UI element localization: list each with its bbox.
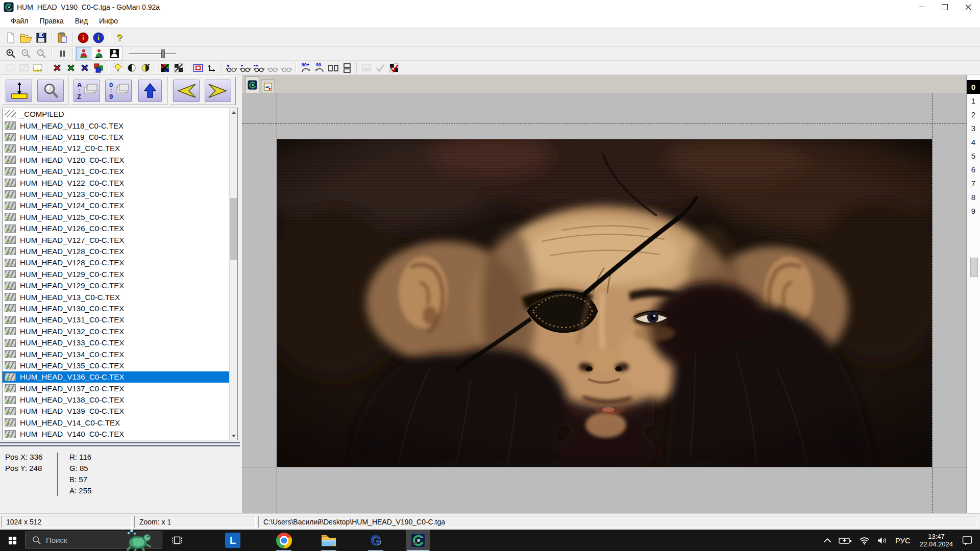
mip-level-4[interactable]: 4 (967, 135, 980, 149)
zoom-in-button[interactable] (3, 47, 18, 60)
list-item[interactable]: HUM_HEAD_V124_C0-C.TEX (3, 200, 229, 211)
convert-button[interactable] (359, 62, 373, 74)
mip-view2-button[interactable] (279, 62, 293, 74)
mip-remove-button[interactable] (238, 62, 252, 74)
alpha-check-button[interactable] (387, 62, 401, 74)
rotate-ccw-button[interactable]: 90- (312, 62, 326, 74)
mip-level-7[interactable]: 7 (967, 177, 980, 190)
list-item[interactable]: HUM_HEAD_V123_C0-C.TEX (3, 188, 229, 199)
alpha-color-checker-button[interactable] (158, 62, 172, 74)
alpha-slider[interactable] (128, 48, 177, 59)
list-item[interactable]: HUM_HEAD_V121_C0-C.TEX (3, 166, 229, 177)
mip-level-3[interactable]: 3 (967, 121, 980, 135)
gamma-button[interactable] (138, 62, 152, 74)
list-item[interactable]: HUM_HEAD_V139_C0-C.TEX (3, 406, 229, 417)
list-item[interactable]: HUM_HEAD_V133_C0-C.TEX (3, 337, 229, 348)
axes-button[interactable] (205, 62, 218, 74)
scroll-thumb[interactable] (230, 198, 237, 260)
list-item[interactable]: HUM_HEAD_V126_C0-C.TEX (3, 223, 229, 234)
pause-button[interactable] (55, 47, 70, 60)
volume-icon[interactable] (877, 536, 888, 545)
contrast-button[interactable] (125, 62, 138, 74)
l-app-button[interactable]: L (220, 530, 245, 551)
list-item[interactable]: HUM_HEAD_V122_C0-C.TEX (3, 177, 229, 188)
resize-tool-button[interactable] (6, 80, 32, 102)
close-button[interactable] (957, 0, 980, 14)
view-mask-button[interactable] (107, 47, 122, 60)
turtle-icon[interactable] (121, 529, 153, 551)
info-blue-button[interactable]: i (91, 31, 106, 44)
help-button[interactable]: ? (112, 31, 127, 44)
flip-horizontal-button[interactable] (326, 62, 340, 74)
save-file-button[interactable] (34, 31, 49, 44)
folder-row[interactable]: _COMPILED (3, 108, 237, 119)
chrome-button[interactable] (272, 530, 296, 551)
mip-level-9[interactable]: 9 (967, 204, 980, 218)
wifi-icon[interactable] (859, 536, 870, 545)
list-item[interactable]: HUM_HEAD_V132_C0-C.TEX (3, 325, 229, 337)
list-item[interactable]: HUM_HEAD_V134_C0-C.TEX (3, 348, 229, 360)
scroll-down-arrow[interactable] (230, 432, 237, 440)
list-item[interactable]: HUM_HEAD_V137_C0-C.TEX (3, 383, 229, 394)
list-item[interactable]: HUM_HEAD_V125_C0-C.TEX (3, 211, 229, 222)
menu-file[interactable]: Файл (5, 14, 34, 28)
minimize-button[interactable] (910, 0, 933, 14)
channels-rgb-button[interactable] (91, 62, 105, 74)
new-file-button[interactable] (3, 31, 18, 44)
alpha-bw-checker-button[interactable] (172, 62, 185, 74)
mip-level-8[interactable]: 8 (967, 190, 980, 204)
ruler-box-button[interactable] (31, 62, 44, 74)
list-item[interactable]: HUM_HEAD_V120_C0-C.TEX (3, 154, 229, 165)
info-red-button[interactable]: i (76, 31, 91, 44)
menu-info[interactable]: Инфо (93, 14, 124, 28)
rotate-cw-button[interactable]: 90+ (299, 62, 312, 74)
tray-chevron-icon[interactable] (823, 538, 831, 543)
border-box-button[interactable] (191, 62, 205, 74)
mip-level-2[interactable]: 2 (967, 108, 980, 121)
start-button[interactable] (0, 530, 24, 551)
mip-view-button[interactable] (265, 62, 279, 74)
list-item[interactable]: HUM_HEAD_V129_C0-C.TEX (3, 280, 229, 291)
list-scrollbar[interactable] (229, 108, 237, 440)
list-item[interactable]: HUM_HEAD_V128_C0-C.TEX (3, 257, 229, 268)
view-rgb-button[interactable] (76, 47, 91, 60)
slider-handle[interactable] (161, 49, 165, 58)
up-arrow-button[interactable] (138, 80, 162, 102)
apply-button[interactable] (373, 62, 387, 74)
list-item[interactable]: HUM_HEAD_V127_C0-C.TEX (3, 234, 229, 245)
brightness-button[interactable] (111, 62, 125, 74)
preview-zoom-button[interactable] (37, 80, 64, 102)
prev-texture-button[interactable] (173, 80, 200, 102)
zoom-off-button[interactable] (34, 47, 49, 60)
action-center-icon[interactable] (962, 536, 973, 545)
crop-diagonal-button[interactable] (17, 62, 31, 74)
list-item[interactable]: HUM_HEAD_V140_C0-C.TEX (3, 429, 229, 440)
open-file-button[interactable] (18, 31, 34, 44)
zoom-out-button[interactable] (18, 47, 34, 60)
list-item[interactable]: HUM_HEAD_V135_C0-C.TEX (3, 360, 229, 371)
list-item[interactable]: HUM_HEAD_V118_C0-C.TEX (3, 120, 229, 131)
list-item[interactable]: HUM_HEAD_V128_C0-C.TEX (3, 245, 229, 257)
tab-info[interactable] (261, 80, 275, 93)
sort-numeric-button[interactable]: 0 9 (105, 80, 132, 102)
explorer-button[interactable] (316, 530, 341, 551)
list-item[interactable]: HUM_HEAD_V136_C0-C.TEX (3, 371, 229, 383)
paste-button[interactable] (55, 31, 70, 44)
select-marquee-button[interactable] (3, 62, 17, 74)
channel-red-button[interactable] (50, 62, 64, 74)
panel-splitter[interactable] (0, 440, 240, 449)
list-item[interactable]: HUM_HEAD_V130_C0-C.TEX (3, 303, 229, 314)
sort-az-button[interactable]: ​ A Z (74, 80, 100, 102)
mip-scroll-thumb[interactable] (970, 258, 978, 277)
view-alpha-button[interactable] (91, 47, 107, 60)
list-item[interactable]: HUM_HEAD_V14_C0-C.TEX (3, 417, 229, 428)
maximize-button[interactable] (933, 0, 957, 14)
language-indicator[interactable]: РУС (895, 536, 911, 545)
mip-level-1[interactable]: 1 (967, 94, 980, 108)
flip-vertical-button[interactable] (340, 62, 354, 74)
mip-level-6[interactable]: 6 (967, 163, 980, 177)
texture-image[interactable] (277, 139, 932, 467)
task-view-button[interactable] (168, 533, 186, 548)
clock[interactable]: 13:47 22.04.2024 (920, 533, 953, 548)
g-app-button[interactable]: G (363, 530, 388, 551)
